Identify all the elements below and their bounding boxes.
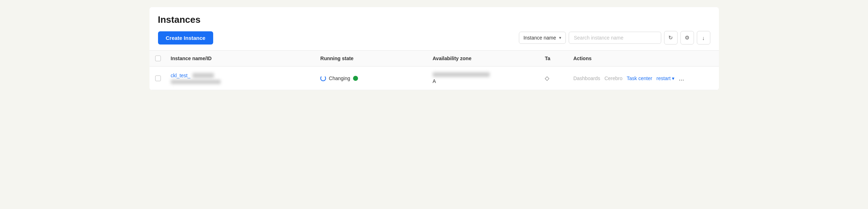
th-tags: Ta xyxy=(541,51,569,66)
table-container: Instance name/ID Running state Availabil… xyxy=(149,50,719,90)
az-blurred xyxy=(433,72,490,77)
table-row: ckl_test_ Changing A ◇ Dashboard xyxy=(149,67,719,90)
instance-name-link[interactable]: ckl_test_ xyxy=(171,73,214,78)
toolbar: Create Instance Instance name ▾ ↻ ⚙ ↓ xyxy=(158,31,710,45)
td-actions: Dashboards Cerebro Task center restart ▾… xyxy=(569,74,719,83)
restart-button[interactable]: restart ▾ xyxy=(657,75,675,81)
state-green-dot-icon xyxy=(353,76,358,81)
td-checkbox xyxy=(149,74,167,83)
download-button[interactable]: ↓ xyxy=(697,31,710,45)
th-actions: Actions xyxy=(569,51,719,66)
restart-label: restart xyxy=(657,75,671,81)
refresh-icon: ↻ xyxy=(668,35,673,41)
instance-name-row: ckl_test_ xyxy=(171,73,214,78)
page-container: Instances Create Instance Instance name … xyxy=(149,7,719,90)
td-running-state: Changing xyxy=(316,74,428,83)
th-checkbox xyxy=(149,51,167,66)
refresh-button[interactable]: ↻ xyxy=(664,31,678,45)
select-all-checkbox[interactable] xyxy=(155,56,161,61)
row-checkbox[interactable] xyxy=(155,75,161,81)
task-center-action-link[interactable]: Task center xyxy=(627,75,652,81)
tag-icon: ◇ xyxy=(545,75,549,82)
filter-dropdown[interactable]: Instance name ▾ xyxy=(519,32,566,44)
dashboards-action-link[interactable]: Dashboards xyxy=(573,75,600,81)
search-input[interactable] xyxy=(569,32,661,44)
th-running-state: Running state xyxy=(316,51,428,66)
state-spinner-icon xyxy=(320,75,326,81)
cerebro-action-link[interactable]: Cerebro xyxy=(604,75,622,81)
settings-button[interactable]: ⚙ xyxy=(680,31,694,45)
page-title: Instances xyxy=(158,14,710,25)
create-instance-button[interactable]: Create Instance xyxy=(158,31,214,45)
table-header: Instance name/ID Running state Availabil… xyxy=(149,51,719,67)
header-section: Instances Create Instance Instance name … xyxy=(149,7,719,50)
instance-id-row xyxy=(171,80,221,84)
settings-icon: ⚙ xyxy=(685,35,689,41)
download-icon: ↓ xyxy=(702,35,705,41)
chevron-down-icon: ▾ xyxy=(559,35,561,40)
td-tags: ◇ xyxy=(541,73,569,83)
td-instance-name: ckl_test_ xyxy=(167,71,316,85)
instance-id-blurred xyxy=(171,80,221,84)
instance-name-prefix: ckl_test_ xyxy=(171,73,190,78)
instance-name-blurred xyxy=(193,73,214,78)
th-availability-zone: Availability zone xyxy=(428,51,541,66)
toolbar-right: Instance name ▾ ↻ ⚙ ↓ xyxy=(519,31,710,45)
state-label: Changing xyxy=(329,75,350,81)
th-instance-name: Instance name/ID xyxy=(167,51,316,66)
az-label: A xyxy=(433,78,436,84)
filter-dropdown-label: Instance name xyxy=(524,35,556,41)
chevron-down-icon: ▾ xyxy=(672,75,674,81)
more-actions-button[interactable]: ... xyxy=(679,75,684,82)
td-availability-zone: A xyxy=(428,71,541,85)
